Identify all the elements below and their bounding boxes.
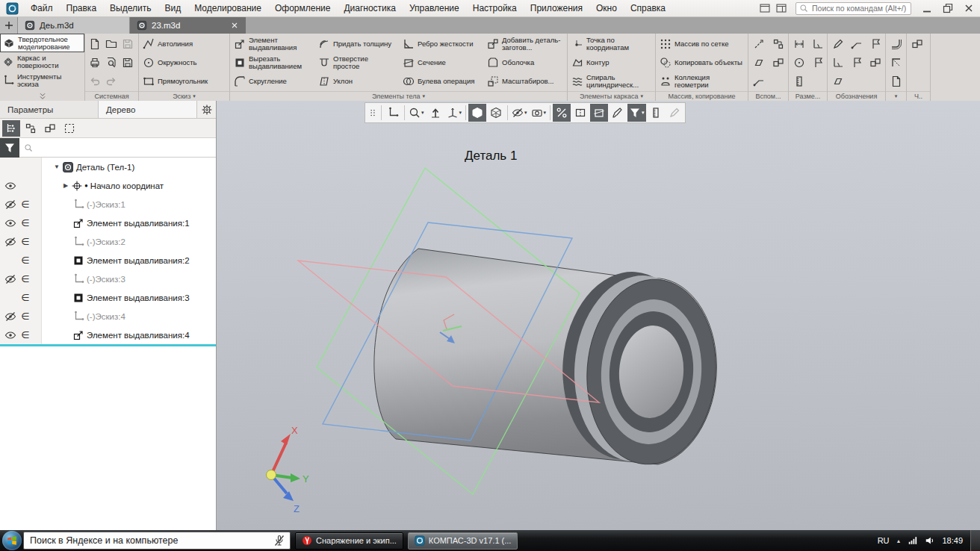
app-logo-icon[interactable] xyxy=(6,2,19,15)
taskbar-app-kompas[interactable]: КОМПАС-3D v17.1 (... xyxy=(408,532,518,550)
rectangle-button[interactable]: Прямоугольник xyxy=(139,72,230,90)
eye-slash-icon[interactable] xyxy=(4,236,16,248)
scale-button[interactable]: Масштабиров... xyxy=(483,72,568,90)
section-button[interactable]: Сечение xyxy=(399,53,483,72)
create-sketch-button[interactable] xyxy=(384,104,402,122)
thicken-button[interactable]: Придать толщину xyxy=(314,34,399,53)
layout-split-icon[interactable] xyxy=(773,1,790,15)
aux-cs-button[interactable] xyxy=(769,34,788,53)
section-view-button[interactable] xyxy=(590,104,608,122)
layout-single-icon[interactable] xyxy=(757,1,773,15)
taskbar-app-browser[interactable]: Снаряжение и экип... xyxy=(295,532,403,550)
copy-objects-button[interactable]: Копировать объекты xyxy=(656,53,748,72)
collapse-modes-icon[interactable] xyxy=(0,92,84,101)
tree-row-sketch4[interactable]: ∈ (-)Эскиз:4 xyxy=(0,307,216,326)
simple-hole-button[interactable]: Отверстие простое xyxy=(314,53,399,72)
aux-local-cs-button[interactable] xyxy=(769,53,788,72)
aux-spline-button[interactable] xyxy=(749,72,769,90)
grid-array-button[interactable]: Массив по сетке xyxy=(656,34,748,53)
clock[interactable]: 18:49 xyxy=(942,536,963,545)
eye-slash-icon[interactable] xyxy=(4,311,16,323)
tab-document-2[interactable]: 23.m3d xyxy=(130,17,246,34)
tree-row-extrude2[interactable]: ∈ Элемент выдавливания:2 xyxy=(0,251,216,270)
sheet-bend2-button[interactable] xyxy=(887,53,906,72)
tab-document-1[interactable]: Деь.m3d xyxy=(18,17,130,34)
tab-close-icon[interactable] xyxy=(230,21,239,30)
shaded-display-button[interactable] xyxy=(468,104,486,122)
new-tab-button[interactable] xyxy=(0,17,18,34)
shell-button[interactable]: Оболочка xyxy=(483,53,568,72)
tree-row-extrude3[interactable]: ∈ Элемент выдавливания:3 xyxy=(0,288,216,307)
notation-tolerance-button[interactable] xyxy=(866,53,884,72)
hide-objects-button[interactable]: ▾ xyxy=(510,104,529,122)
mode-sketch-tools[interactable]: Инструменты эскиза xyxy=(0,71,84,90)
eye-icon[interactable] xyxy=(4,329,16,341)
cut-extrude-button[interactable]: Вырезать выдавливанием xyxy=(230,53,314,72)
rib-button[interactable]: Ребро жесткости xyxy=(399,34,483,53)
command-search[interactable] xyxy=(796,2,911,15)
dim-leader-button[interactable] xyxy=(808,53,827,72)
tree-selection-view-button[interactable] xyxy=(61,120,78,137)
speaker-icon[interactable] xyxy=(925,535,935,546)
language-indicator[interactable]: RU xyxy=(878,536,890,545)
save-as-button[interactable] xyxy=(120,53,136,72)
dim-angular-button[interactable] xyxy=(808,34,827,53)
sheet-bend-button[interactable] xyxy=(887,34,906,53)
autoline-button[interactable]: Автолиния xyxy=(139,34,230,53)
menu-management[interactable]: Управление xyxy=(403,0,466,17)
tree-row-sketch3[interactable]: ∈ (-)Эскиз:3 xyxy=(0,270,216,288)
menu-layout[interactable]: Оформление xyxy=(268,0,337,17)
menu-modeling[interactable]: Моделирование xyxy=(187,0,268,17)
dim-auto-button[interactable] xyxy=(790,72,808,90)
yandex-search-input[interactable] xyxy=(28,535,269,547)
cylindrical-spiral-button[interactable]: Спираль цилиндрическ... xyxy=(568,72,656,90)
notation-datum-button[interactable] xyxy=(866,34,884,53)
tree-row-extrude4[interactable]: ∈ Элемент выдавливания:4 xyxy=(0,326,216,344)
microphone-muted-icon[interactable] xyxy=(273,535,285,547)
circle-button[interactable]: Окружность xyxy=(139,53,230,72)
aux-axis-button[interactable] xyxy=(749,34,769,53)
orientation-button[interactable] xyxy=(427,104,444,122)
mode-wireframe-surfaces[interactable]: Каркас и поверхности xyxy=(0,52,84,71)
tree-relations-view-button[interactable] xyxy=(22,120,40,137)
viewport-3d[interactable]: X Y Z Деталь 1 ▾ ▾ ▾ ▾ xyxy=(217,101,980,530)
command-search-input[interactable] xyxy=(810,3,908,13)
mode-solid-modeling[interactable]: Твердотельное моделирование xyxy=(0,34,84,52)
print-preview-button[interactable] xyxy=(103,53,120,72)
open-document-button[interactable] xyxy=(103,34,120,53)
measure-button[interactable] xyxy=(647,104,665,122)
menu-select[interactable]: Выделить xyxy=(103,0,158,17)
start-button[interactable] xyxy=(2,531,22,550)
tree-search-input[interactable] xyxy=(19,138,216,157)
extrude-button[interactable]: Элемент выдавливания xyxy=(230,34,314,53)
expander-icon[interactable]: ▼ xyxy=(52,164,61,170)
notation-roughness-button[interactable] xyxy=(828,34,847,53)
view-axes-button[interactable]: ▾ xyxy=(445,104,464,122)
tree-components-view-button[interactable] xyxy=(41,120,59,137)
yandex-search-bar[interactable] xyxy=(23,532,291,550)
tree-structure-view-button[interactable] xyxy=(2,120,20,137)
snap-settings-button[interactable] xyxy=(553,104,571,122)
draft-button[interactable]: Уклон xyxy=(314,72,399,90)
zoom-button[interactable]: ▾ xyxy=(407,104,426,122)
restore-button[interactable] xyxy=(938,1,958,16)
wireframe-display-button[interactable] xyxy=(487,104,505,122)
network-signal-icon[interactable] xyxy=(908,535,918,546)
menu-settings[interactable]: Настройка xyxy=(466,0,524,17)
display-mode-button[interactable]: ▾ xyxy=(530,104,548,122)
notation-position-button[interactable] xyxy=(847,53,866,72)
hidden-icons-button[interactable]: ▲ xyxy=(896,538,902,544)
notation-cone-button[interactable] xyxy=(828,72,847,90)
minimize-button[interactable] xyxy=(917,1,937,16)
tree-row-sketch1[interactable]: ∈ (-)Эскиз:1 xyxy=(0,195,216,214)
render-style-button[interactable] xyxy=(609,104,627,122)
menu-help[interactable]: Справка xyxy=(624,0,672,17)
menu-view[interactable]: Вид xyxy=(158,0,187,17)
dim-radial-button[interactable] xyxy=(790,53,808,72)
notation-mark-button[interactable] xyxy=(828,53,847,72)
boolean-button[interactable]: Булева операция xyxy=(399,72,483,90)
menu-applications[interactable]: Приложения xyxy=(524,0,589,17)
expander-icon[interactable]: ▶ xyxy=(61,182,70,189)
tree-row-origin[interactable]: ▶ ● Начало координат xyxy=(0,176,216,195)
menu-window[interactable]: Окно xyxy=(589,0,624,17)
